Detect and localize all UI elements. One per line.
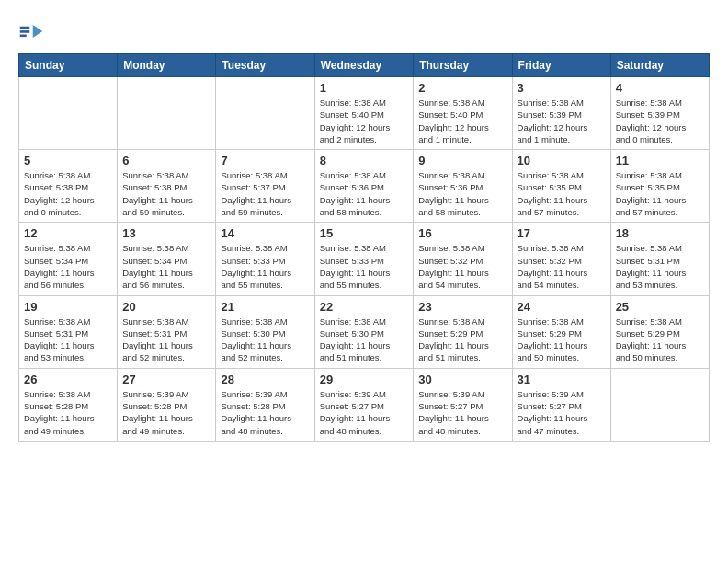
day-info: Sunrise: 5:38 AM Sunset: 5:39 PM Dayligh… <box>616 97 704 145</box>
day-number: 24 <box>518 300 606 314</box>
day-info: Sunrise: 5:38 AM Sunset: 5:29 PM Dayligh… <box>418 316 506 364</box>
day-info: Sunrise: 5:38 AM Sunset: 5:35 PM Dayligh… <box>616 169 704 218</box>
day-number: 21 <box>221 300 309 314</box>
day-info: Sunrise: 5:38 AM Sunset: 5:33 PM Dayligh… <box>221 242 309 291</box>
calendar-cell: 7Sunrise: 5:38 AM Sunset: 5:37 PM Daylig… <box>216 150 314 223</box>
day-info: Sunrise: 5:38 AM Sunset: 5:31 PM Dayligh… <box>122 316 210 364</box>
calendar-cell: 6Sunrise: 5:38 AM Sunset: 5:38 PM Daylig… <box>118 150 216 223</box>
day-info: Sunrise: 5:38 AM Sunset: 5:28 PM Dayligh… <box>24 388 112 437</box>
svg-rect-3 <box>20 35 27 38</box>
day-number: 13 <box>122 226 210 240</box>
calendar-cell: 13Sunrise: 5:38 AM Sunset: 5:34 PM Dayli… <box>118 223 216 295</box>
day-number: 12 <box>24 226 112 240</box>
day-info: Sunrise: 5:38 AM Sunset: 5:36 PM Dayligh… <box>320 169 409 218</box>
calendar-cell <box>19 77 118 150</box>
calendar-cell: 20Sunrise: 5:38 AM Sunset: 5:31 PM Dayli… <box>118 295 216 368</box>
day-number: 16 <box>418 226 506 240</box>
day-info: Sunrise: 5:38 AM Sunset: 5:37 PM Dayligh… <box>221 169 309 218</box>
calendar-cell: 22Sunrise: 5:38 AM Sunset: 5:30 PM Dayli… <box>314 295 414 368</box>
calendar-cell: 26Sunrise: 5:38 AM Sunset: 5:28 PM Dayli… <box>19 368 118 441</box>
day-info: Sunrise: 5:38 AM Sunset: 5:33 PM Dayligh… <box>320 242 409 291</box>
day-info: Sunrise: 5:39 AM Sunset: 5:27 PM Dayligh… <box>518 388 606 437</box>
calendar-cell: 14Sunrise: 5:38 AM Sunset: 5:33 PM Dayli… <box>216 223 314 295</box>
day-number: 22 <box>320 300 409 314</box>
day-info: Sunrise: 5:38 AM Sunset: 5:39 PM Dayligh… <box>518 97 606 145</box>
calendar-cell: 1Sunrise: 5:38 AM Sunset: 5:40 PM Daylig… <box>314 77 414 150</box>
day-number: 17 <box>518 226 606 240</box>
calendar-cell <box>610 368 709 441</box>
weekday-header: Tuesday <box>216 54 314 77</box>
calendar-cell: 18Sunrise: 5:38 AM Sunset: 5:31 PM Dayli… <box>610 223 709 295</box>
weekday-header: Friday <box>512 54 610 77</box>
day-number: 3 <box>518 81 606 95</box>
day-info: Sunrise: 5:38 AM Sunset: 5:30 PM Dayligh… <box>221 316 309 364</box>
day-info: Sunrise: 5:38 AM Sunset: 5:30 PM Dayligh… <box>320 316 409 364</box>
calendar-cell: 17Sunrise: 5:38 AM Sunset: 5:32 PM Dayli… <box>512 223 610 295</box>
calendar-cell: 30Sunrise: 5:39 AM Sunset: 5:27 PM Dayli… <box>414 368 512 441</box>
day-number: 4 <box>616 81 704 95</box>
calendar-cell: 5Sunrise: 5:38 AM Sunset: 5:38 PM Daylig… <box>19 150 118 223</box>
day-info: Sunrise: 5:39 AM Sunset: 5:28 PM Dayligh… <box>221 388 309 437</box>
weekday-header: Saturday <box>610 54 709 77</box>
calendar-cell: 25Sunrise: 5:38 AM Sunset: 5:29 PM Dayli… <box>610 295 709 368</box>
day-info: Sunrise: 5:38 AM Sunset: 5:32 PM Dayligh… <box>418 242 506 291</box>
day-number: 15 <box>320 226 409 240</box>
day-number: 20 <box>122 300 210 314</box>
calendar-cell: 8Sunrise: 5:38 AM Sunset: 5:36 PM Daylig… <box>314 150 414 223</box>
weekday-header: Sunday <box>19 54 118 77</box>
day-number: 8 <box>320 154 409 167</box>
day-number: 30 <box>418 373 506 386</box>
day-number: 5 <box>24 154 112 167</box>
day-info: Sunrise: 5:38 AM Sunset: 5:40 PM Dayligh… <box>418 97 506 145</box>
calendar-cell: 27Sunrise: 5:39 AM Sunset: 5:28 PM Dayli… <box>118 368 216 441</box>
day-info: Sunrise: 5:39 AM Sunset: 5:28 PM Dayligh… <box>122 388 210 437</box>
day-number: 19 <box>24 300 112 314</box>
calendar-cell: 16Sunrise: 5:38 AM Sunset: 5:32 PM Dayli… <box>414 223 512 295</box>
day-number: 25 <box>616 300 704 314</box>
day-info: Sunrise: 5:38 AM Sunset: 5:31 PM Dayligh… <box>24 316 112 364</box>
calendar-week-row: 1Sunrise: 5:38 AM Sunset: 5:40 PM Daylig… <box>19 77 710 150</box>
day-info: Sunrise: 5:38 AM Sunset: 5:38 PM Dayligh… <box>24 169 112 218</box>
day-number: 9 <box>418 154 506 167</box>
day-info: Sunrise: 5:38 AM Sunset: 5:34 PM Dayligh… <box>122 242 210 291</box>
calendar-cell: 29Sunrise: 5:39 AM Sunset: 5:27 PM Dayli… <box>314 368 414 441</box>
calendar-cell <box>216 77 314 150</box>
day-number: 29 <box>320 373 409 386</box>
page-header <box>18 18 710 44</box>
calendar-header-row: SundayMondayTuesdayWednesdayThursdayFrid… <box>19 54 710 77</box>
svg-rect-1 <box>20 27 30 29</box>
calendar-cell: 28Sunrise: 5:39 AM Sunset: 5:28 PM Dayli… <box>216 368 314 441</box>
day-info: Sunrise: 5:38 AM Sunset: 5:29 PM Dayligh… <box>616 316 704 364</box>
day-number: 6 <box>122 154 210 167</box>
weekday-header: Monday <box>118 54 216 77</box>
day-number: 10 <box>518 154 606 167</box>
day-info: Sunrise: 5:38 AM Sunset: 5:32 PM Dayligh… <box>518 242 606 291</box>
calendar-cell: 9Sunrise: 5:38 AM Sunset: 5:36 PM Daylig… <box>414 150 512 223</box>
weekday-header: Thursday <box>414 54 512 77</box>
day-info: Sunrise: 5:38 AM Sunset: 5:34 PM Dayligh… <box>24 242 112 291</box>
day-number: 23 <box>418 300 506 314</box>
calendar-cell: 12Sunrise: 5:38 AM Sunset: 5:34 PM Dayli… <box>19 223 118 295</box>
day-info: Sunrise: 5:38 AM Sunset: 5:40 PM Dayligh… <box>320 97 409 145</box>
day-info: Sunrise: 5:39 AM Sunset: 5:27 PM Dayligh… <box>418 388 506 437</box>
calendar-week-row: 19Sunrise: 5:38 AM Sunset: 5:31 PM Dayli… <box>19 295 710 368</box>
calendar-cell <box>118 77 216 150</box>
calendar-cell: 19Sunrise: 5:38 AM Sunset: 5:31 PM Dayli… <box>19 295 118 368</box>
day-number: 26 <box>24 373 112 386</box>
weekday-header: Wednesday <box>314 54 414 77</box>
day-info: Sunrise: 5:38 AM Sunset: 5:29 PM Dayligh… <box>518 316 606 364</box>
calendar-cell: 23Sunrise: 5:38 AM Sunset: 5:29 PM Dayli… <box>414 295 512 368</box>
calendar-cell: 10Sunrise: 5:38 AM Sunset: 5:35 PM Dayli… <box>512 150 610 223</box>
day-info: Sunrise: 5:38 AM Sunset: 5:35 PM Dayligh… <box>518 169 606 218</box>
svg-rect-2 <box>20 30 30 33</box>
calendar-week-row: 12Sunrise: 5:38 AM Sunset: 5:34 PM Dayli… <box>19 223 710 295</box>
calendar-week-row: 26Sunrise: 5:38 AM Sunset: 5:28 PM Dayli… <box>19 368 710 441</box>
calendar-table: SundayMondayTuesdayWednesdayThursdayFrid… <box>18 53 710 442</box>
calendar-cell: 21Sunrise: 5:38 AM Sunset: 5:30 PM Dayli… <box>216 295 314 368</box>
day-number: 11 <box>616 154 704 167</box>
day-number: 27 <box>122 373 210 386</box>
calendar-cell: 24Sunrise: 5:38 AM Sunset: 5:29 PM Dayli… <box>512 295 610 368</box>
calendar-cell: 3Sunrise: 5:38 AM Sunset: 5:39 PM Daylig… <box>512 77 610 150</box>
day-number: 2 <box>418 81 506 95</box>
day-info: Sunrise: 5:38 AM Sunset: 5:36 PM Dayligh… <box>418 169 506 218</box>
